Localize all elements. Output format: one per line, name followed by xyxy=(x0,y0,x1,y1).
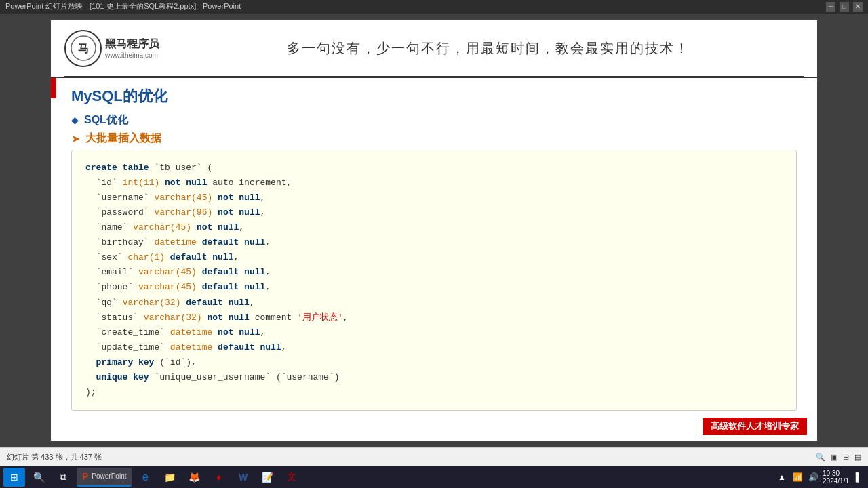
header-divider xyxy=(64,76,804,77)
title-bar: PowerPoint 幻灯片放映 - [101-史上最全的SQL教程2.pptx… xyxy=(0,0,868,14)
code-line-3: `username` varchar(45) not null, xyxy=(85,190,783,205)
logo-area: 马 黑马程序员 www.itheima.com xyxy=(64,30,159,67)
badge: 高级软件人才培训专家 xyxy=(703,418,807,435)
title-text: PowerPoint 幻灯片放映 - [101-史上最全的SQL教程2.pptx… xyxy=(5,1,241,12)
code-line-6: `birthday` datetime default null, xyxy=(85,235,783,250)
section-item-bulk: ➤ 大批量插入数据 xyxy=(71,131,797,146)
slide-content: ◆ SQL优化 ➤ 大批量插入数据 create table `tb_user`… xyxy=(51,110,817,418)
code-line-9: `phone` varchar(45) default null, xyxy=(85,280,783,295)
header-tagline: 多一句没有，少一句不行，用最短时间，教会最实用的技术！ xyxy=(173,39,804,58)
taskbar: ⊞ 🔍 ⧉ P PowerPoint e 📁 🦊 ♦ W 📝 文 ▲ xyxy=(0,466,868,488)
start-button[interactable]: ⊞ xyxy=(3,468,25,487)
close-button[interactable]: ✕ xyxy=(853,2,863,12)
code-line-7: `sex` char(1) default null, xyxy=(85,250,783,265)
logo-icon: 马 xyxy=(64,30,102,67)
bulk-label: 大批量插入数据 xyxy=(85,131,161,146)
bullet-arrow-icon: ➤ xyxy=(71,132,80,145)
show-desktop-icon[interactable]: ▌ xyxy=(852,471,865,483)
taskbar-app-browser[interactable]: e xyxy=(134,468,156,487)
section-item-sql: ◆ SQL优化 xyxy=(71,113,797,127)
slide-container: 马 黑马程序员 www.itheima.com 多一句没有，少一句不行，用最短时… xyxy=(0,14,868,447)
taskbar-app-powerpoint[interactable]: P PowerPoint xyxy=(77,468,132,487)
page-title: MySQL的优化 xyxy=(71,87,167,104)
svg-text:马: 马 xyxy=(78,43,89,54)
status-left: 幻灯片 第 433 张，共 437 张 xyxy=(7,452,102,462)
logo-name: 黑马程序员 xyxy=(105,37,159,52)
code-line-13: `update_time` datetime default null, xyxy=(85,340,783,355)
taskbar-app-misc2[interactable]: ♦ xyxy=(208,468,229,487)
logo-url: www.itheima.com xyxy=(105,52,159,59)
code-line-5: `name` varchar(45) not null, xyxy=(85,220,783,235)
code-block: create table `tb_user` ( `id` int(11) no… xyxy=(71,150,797,411)
tray-sound-icon[interactable]: 🔊 xyxy=(807,471,819,483)
code-line-15: unique key `unique_user_username` (`user… xyxy=(85,370,783,385)
slide-info: 幻灯片 第 433 张，共 437 张 xyxy=(7,452,102,462)
view-slide-icon[interactable]: ⊞ xyxy=(843,453,849,462)
zoom-icon: 🔍 xyxy=(816,453,825,462)
page-title-area: MySQL的优化 xyxy=(51,78,817,110)
code-line-12: `create_time` datetime not null, xyxy=(85,325,783,340)
taskbar-app-explorer[interactable]: 📁 xyxy=(159,468,180,487)
red-accent-bar xyxy=(51,78,56,98)
tray-network-icon[interactable]: 📶 xyxy=(791,471,804,483)
view-reading-icon[interactable]: ▤ xyxy=(854,453,861,462)
tray-up-icon[interactable]: ▲ xyxy=(776,471,788,483)
bullet-diamond-icon: ◆ xyxy=(71,115,79,125)
taskbar-app-misc1[interactable]: 🦊 xyxy=(183,468,205,487)
code-line-16: ); xyxy=(85,385,783,400)
window-controls: ─ □ ✕ xyxy=(826,2,863,12)
slide-header: 马 黑马程序员 www.itheima.com 多一句没有，少一句不行，用最短时… xyxy=(51,20,817,78)
code-line-14: primary key (`id`), xyxy=(85,355,783,370)
task-view-button[interactable]: ⧉ xyxy=(52,468,74,487)
code-line-2: `id` int(11) not null auto_increment, xyxy=(85,176,783,190)
search-button[interactable]: 🔍 xyxy=(28,468,50,487)
status-right: 🔍 ▣ ⊞ ▤ xyxy=(816,453,861,462)
taskbar-left: ⊞ 🔍 ⧉ P PowerPoint e 📁 🦊 ♦ W 📝 文 xyxy=(3,468,302,487)
taskbar-app-notepad[interactable]: 📝 xyxy=(256,468,278,487)
sql-label: SQL优化 xyxy=(84,113,128,127)
minimize-button[interactable]: ─ xyxy=(826,2,835,12)
maximize-button[interactable]: □ xyxy=(840,2,849,12)
code-line-10: `qq` varchar(32) default null, xyxy=(85,296,783,310)
status-bar: 幻灯片 第 433 张，共 437 张 🔍 ▣ ⊞ ▤ xyxy=(0,447,868,466)
view-normal-icon[interactable]: ▣ xyxy=(831,453,837,462)
taskbar-right: ▲ 📶 🔊 10:302024/1/1 ▌ xyxy=(776,470,865,485)
code-line-1: create table `tb_user` ( xyxy=(85,161,783,176)
slide: 马 黑马程序员 www.itheima.com 多一句没有，少一句不行，用最短时… xyxy=(51,20,817,441)
taskbar-app-wps[interactable]: 文 xyxy=(281,468,302,487)
code-line-11: `status` varchar(32) not null comment '用… xyxy=(85,310,783,325)
code-line-4: `password` varchar(96) not null, xyxy=(85,205,783,220)
code-line-8: `email` varchar(45) default null, xyxy=(85,265,783,280)
clock: 10:302024/1/1 xyxy=(823,470,849,485)
main-wrapper: 马 黑马程序员 www.itheima.com 多一句没有，少一句不行，用最短时… xyxy=(0,14,868,466)
taskbar-app-word[interactable]: W xyxy=(232,468,254,487)
